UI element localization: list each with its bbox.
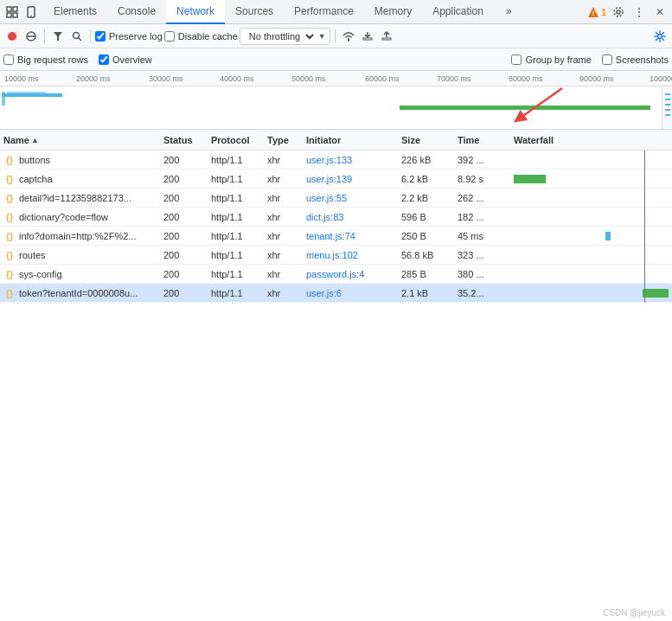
row-type: xhr bbox=[264, 212, 303, 222]
export-icon[interactable] bbox=[378, 28, 395, 45]
overview-checkbox[interactable] bbox=[99, 54, 109, 65]
timeline-overview[interactable] bbox=[0, 86, 672, 130]
row-name: {} token?tenantId=0000008u... bbox=[0, 287, 160, 299]
row-protocol: http/1.1 bbox=[208, 193, 264, 203]
col-header-protocol[interactable]: Protocol bbox=[208, 135, 264, 145]
filter-icon[interactable] bbox=[49, 28, 67, 45]
xhr-icon: {} bbox=[3, 173, 16, 185]
throttle-select[interactable]: No throttling bbox=[244, 30, 317, 42]
svg-rect-18 bbox=[382, 38, 391, 40]
overview-green-bar bbox=[400, 106, 650, 110]
tab-sources[interactable]: Sources bbox=[225, 0, 284, 24]
tab-more[interactable]: » bbox=[496, 0, 522, 24]
svg-point-10 bbox=[8, 32, 16, 41]
row-size: 226 kB bbox=[398, 155, 454, 165]
row-name: {} dictionary?code=flow bbox=[0, 211, 160, 223]
wifi-icon[interactable] bbox=[340, 28, 357, 45]
table-row[interactable]: {} routes 200 http/1.1 xhr menu.js:102 5… bbox=[0, 246, 672, 265]
screenshots-checkbox[interactable] bbox=[602, 54, 612, 65]
row-initiator[interactable]: user.js:55 bbox=[303, 193, 398, 203]
big-request-rows-label[interactable]: Big request rows bbox=[3, 54, 88, 65]
xhr-icon: {} bbox=[3, 268, 16, 280]
table-row[interactable]: {} dictionary?code=flow 200 http/1.1 xhr… bbox=[0, 208, 672, 227]
row-initiator[interactable]: password.js:4 bbox=[303, 269, 398, 279]
row-initiator[interactable]: dict.js:83 bbox=[303, 212, 398, 222]
tab-elements[interactable]: Elements bbox=[43, 0, 107, 24]
row-time: 35.2... bbox=[454, 288, 510, 298]
row-name: {} buttons bbox=[0, 154, 160, 166]
row-name: {} routes bbox=[0, 249, 160, 261]
big-request-rows-checkbox[interactable] bbox=[3, 54, 14, 65]
row-type: xhr bbox=[264, 288, 303, 298]
row-initiator[interactable]: tenant.js:74 bbox=[303, 231, 398, 241]
disable-cache-label[interactable]: Disable cache bbox=[164, 31, 238, 42]
table-row[interactable]: {} sys-config 200 http/1.1 xhr password.… bbox=[0, 265, 672, 284]
row-type: xhr bbox=[264, 155, 303, 165]
row-initiator[interactable]: menu.js:102 bbox=[303, 250, 398, 260]
row-name: {} sys-config bbox=[0, 268, 160, 280]
row-name: {} detail?id=112359882173... bbox=[0, 192, 160, 204]
warning-badge[interactable]: ! 1 bbox=[587, 6, 606, 18]
network-rows-container[interactable]: {} buttons 200 http/1.1 xhr user.js:133 … bbox=[0, 150, 672, 581]
tab-memory[interactable]: Memory bbox=[364, 0, 422, 24]
table-row[interactable]: {} info?domain=http:%2F%2... 200 http/1.… bbox=[0, 227, 672, 246]
svg-line-21 bbox=[519, 88, 562, 118]
col-header-time[interactable]: Time bbox=[454, 135, 510, 145]
row-initiator[interactable]: user.js:6 bbox=[303, 288, 398, 298]
group-by-frame-checkbox[interactable] bbox=[511, 54, 522, 65]
row-time: 8.92 s bbox=[454, 174, 510, 184]
col-header-initiator[interactable]: Initiator bbox=[303, 135, 398, 145]
disable-cache-checkbox[interactable] bbox=[164, 31, 175, 42]
tick-2: 30000 ms bbox=[149, 74, 183, 83]
table-row[interactable]: {} buttons 200 http/1.1 xhr user.js:133 … bbox=[0, 150, 672, 170]
row-time: 380 ... bbox=[454, 269, 510, 279]
toolbar-right bbox=[651, 28, 669, 45]
row-status: 200 bbox=[160, 269, 208, 279]
tick-0: 10000 ms bbox=[4, 74, 39, 83]
settings-cog-icon[interactable] bbox=[651, 28, 669, 45]
tab-application[interactable]: Application bbox=[422, 0, 494, 24]
import-icon[interactable] bbox=[359, 28, 376, 45]
row-status: 200 bbox=[160, 250, 208, 260]
table-row[interactable]: {} captcha 200 http/1.1 xhr user.js:139 … bbox=[0, 170, 672, 189]
options-row: Big request rows Overview Group by frame… bbox=[0, 48, 672, 71]
col-header-waterfall[interactable]: Waterfall bbox=[510, 135, 672, 145]
devtools-icons bbox=[3, 3, 40, 21]
preserve-log-label[interactable]: Preserve log bbox=[95, 31, 163, 42]
row-size: 2.2 kB bbox=[398, 193, 454, 203]
row-protocol: http/1.1 bbox=[208, 250, 264, 260]
close-devtools-icon[interactable]: ✕ bbox=[651, 3, 669, 21]
group-by-frame-label[interactable]: Group by frame bbox=[511, 54, 591, 65]
col-header-type[interactable]: Type bbox=[264, 135, 303, 145]
row-protocol: http/1.1 bbox=[208, 174, 264, 184]
row-waterfall bbox=[510, 284, 672, 303]
row-initiator[interactable]: user.js:139 bbox=[303, 174, 398, 184]
row-initiator[interactable]: user.js:133 bbox=[303, 155, 398, 165]
row-type: xhr bbox=[264, 193, 303, 203]
row-waterfall bbox=[510, 150, 672, 170]
mobile-icon[interactable] bbox=[22, 3, 40, 21]
timeline-header: 10000 ms 20000 ms 30000 ms 40000 ms 5000… bbox=[0, 71, 672, 86]
preserve-log-checkbox[interactable] bbox=[95, 31, 106, 42]
more-options-icon[interactable]: ⋮ bbox=[630, 3, 648, 21]
settings-icon[interactable] bbox=[610, 3, 627, 21]
screenshots-label[interactable]: Screenshots bbox=[602, 54, 669, 65]
col-header-status[interactable]: Status bbox=[160, 135, 208, 145]
throttle-wrap[interactable]: No throttling ▼ bbox=[240, 28, 330, 45]
tick-6: 70000 ms bbox=[437, 74, 471, 83]
tab-network[interactable]: Network bbox=[166, 0, 225, 24]
inspect-icon[interactable] bbox=[3, 3, 21, 21]
table-row[interactable]: {} token?tenantId=0000008u... 200 http/1… bbox=[0, 284, 672, 303]
overview-label[interactable]: Overview bbox=[99, 54, 152, 65]
search-icon[interactable] bbox=[68, 28, 86, 45]
row-waterfall bbox=[510, 208, 672, 227]
network-toolbar: Preserve log Disable cache No throttling… bbox=[0, 24, 672, 48]
record-button[interactable] bbox=[3, 28, 21, 45]
clear-button[interactable] bbox=[22, 28, 40, 45]
col-header-size[interactable]: Size bbox=[398, 135, 454, 145]
tab-console[interactable]: Console bbox=[107, 0, 166, 24]
tab-performance[interactable]: Performance bbox=[284, 0, 364, 24]
table-row[interactable]: {} detail?id=112359882173... 200 http/1.… bbox=[0, 189, 672, 208]
col-header-name[interactable]: Name ▲ bbox=[0, 135, 160, 145]
row-type: xhr bbox=[264, 231, 303, 241]
